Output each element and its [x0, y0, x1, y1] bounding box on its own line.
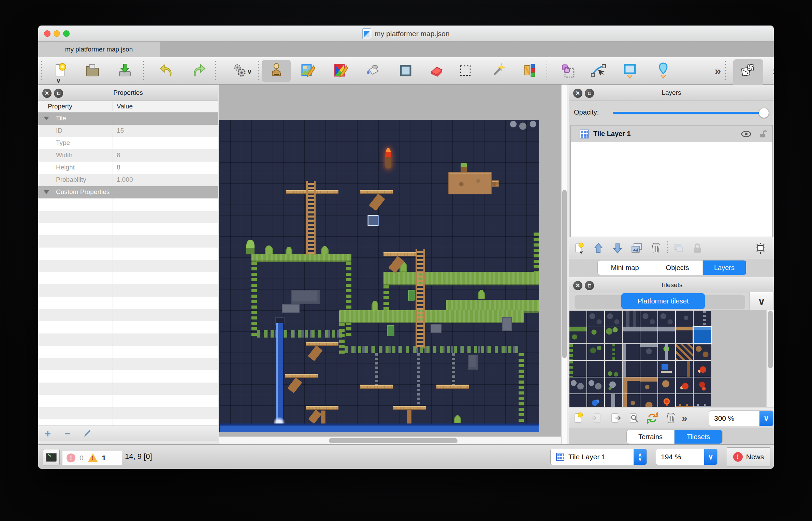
- layer-unlocked-icon[interactable]: [759, 130, 768, 138]
- new-tileset-icon[interactable]: [572, 411, 585, 425]
- raise-layer-icon[interactable]: [592, 241, 605, 255]
- undo-icon[interactable]: [158, 62, 175, 79]
- close-panel-icon[interactable]: ✕: [573, 281, 582, 290]
- map-horizontal-scrollbar[interactable]: [219, 436, 561, 444]
- layer-visible-eye-icon[interactable]: [741, 130, 751, 138]
- shape-fill-icon[interactable]: [397, 62, 415, 79]
- tileset-vertical-scroll-handle[interactable]: [768, 311, 773, 368]
- map-canvas[interactable]: [220, 120, 539, 432]
- save-file-icon[interactable]: [116, 62, 134, 79]
- tileset-tile[interactable]: [694, 327, 711, 343]
- issue-counter[interactable]: ! 0 1: [62, 451, 122, 465]
- layer-row-tile-layer-1[interactable]: Tile Layer 1: [571, 125, 772, 142]
- property-row-height[interactable]: Height8: [38, 162, 218, 174]
- duplicate-layer-icon[interactable]: [630, 241, 643, 255]
- tileset-tile[interactable]: [605, 344, 622, 360]
- tileset-toolbar-overflow-icon[interactable]: »: [682, 412, 687, 424]
- tileset-tile[interactable]: [640, 394, 657, 407]
- tileset-zoom-select[interactable]: 300 % ∨: [709, 411, 773, 426]
- map-view[interactable]: [219, 85, 567, 444]
- map-vertical-scroll-handle[interactable]: [562, 190, 567, 358]
- tab-tilesets[interactable]: Tilesets: [675, 430, 722, 444]
- property-row-type[interactable]: Type: [38, 137, 218, 149]
- tileset-tile[interactable]: [623, 344, 640, 360]
- select-objects-icon[interactable]: [559, 62, 577, 79]
- tileset-tile[interactable]: [605, 377, 622, 393]
- layer-list[interactable]: Tile Layer 1: [570, 125, 773, 237]
- tab-mini-map[interactable]: Mini-map: [598, 260, 652, 275]
- tileset-tile[interactable]: [587, 311, 604, 327]
- tileset-tile[interactable]: [587, 394, 604, 407]
- tileset-tab-list-chevron-icon[interactable]: ∨: [750, 292, 773, 310]
- tileset-view[interactable]: [569, 310, 774, 407]
- tileset-tile[interactable]: [658, 361, 675, 377]
- tileset-tile[interactable]: [658, 327, 675, 343]
- close-panel-icon[interactable]: ✕: [573, 89, 582, 98]
- export-tileset-icon[interactable]: [609, 411, 622, 425]
- highlight-current-layer-icon[interactable]: [754, 241, 767, 255]
- edit-property-button[interactable]: [81, 429, 94, 439]
- insert-point-icon[interactable]: [654, 62, 672, 79]
- tileset-tile[interactable]: [640, 377, 657, 393]
- select-same-tile-icon[interactable]: [521, 62, 539, 79]
- map-vertical-scrollbar[interactable]: [561, 85, 567, 444]
- open-file-icon[interactable]: [84, 62, 101, 79]
- random-mode-icon[interactable]: [739, 62, 756, 79]
- tileset-tile[interactable]: [694, 311, 711, 327]
- map-horizontal-scroll-handle[interactable]: [329, 438, 458, 443]
- tileset-tile[interactable]: [569, 311, 586, 327]
- tileset-tile[interactable]: [569, 344, 586, 360]
- lower-layer-icon[interactable]: [611, 241, 624, 255]
- tileset-tile[interactable]: [694, 344, 711, 360]
- opacity-slider-knob[interactable]: [759, 108, 769, 118]
- magic-wand-icon[interactable]: [489, 62, 507, 79]
- tileset-tile[interactable]: [587, 344, 604, 360]
- properties-table[interactable]: TileID15TypeWidth8Height8Probability1,00…: [38, 113, 218, 426]
- refresh-tileset-icon[interactable]: [646, 411, 659, 425]
- tileset-tile[interactable]: [605, 361, 622, 377]
- tileset-tile[interactable]: [676, 327, 693, 343]
- property-group-header[interactable]: Custom Properties: [38, 186, 218, 198]
- tileset-tile[interactable]: [623, 394, 640, 407]
- tileset-tile[interactable]: [587, 361, 604, 377]
- tile-cursor-highlight[interactable]: [368, 215, 378, 226]
- terrain-brush-icon[interactable]: [299, 62, 317, 79]
- tileset-tile[interactable]: [569, 361, 586, 377]
- tileset-tile[interactable]: [658, 394, 675, 407]
- tileset-tile[interactable]: [605, 327, 622, 343]
- add-property-button[interactable]: +: [41, 429, 55, 439]
- tileset-tile[interactable]: [569, 377, 586, 393]
- edit-polygons-icon[interactable]: [589, 62, 607, 79]
- tileset-tile[interactable]: [605, 394, 622, 407]
- console-toggle-button[interactable]: [43, 449, 60, 465]
- property-row-probability[interactable]: Probability1,000: [38, 174, 218, 186]
- tileset-tile[interactable]: [569, 394, 586, 407]
- dropdown-chevron-icon[interactable]: ∨: [56, 76, 61, 85]
- float-panel-icon[interactable]: [54, 89, 63, 98]
- run-commands-icon[interactable]: [231, 62, 249, 79]
- embed-tileset-icon[interactable]: [590, 411, 604, 425]
- tab-terrains[interactable]: Terrains: [627, 430, 675, 444]
- float-panel-icon[interactable]: [585, 89, 594, 98]
- eraser-icon[interactable]: [427, 62, 445, 79]
- news-button[interactable]: ! News: [727, 447, 770, 466]
- tab-layers[interactable]: Layers: [703, 260, 746, 275]
- close-panel-icon[interactable]: ✕: [42, 89, 52, 98]
- tileset-tile[interactable]: [658, 311, 675, 327]
- tileset-vertical-scrollbar[interactable]: [766, 310, 774, 407]
- edit-tileset-icon[interactable]: [627, 411, 641, 425]
- delete-tileset-icon[interactable]: [664, 411, 678, 425]
- fill-tiles-icon[interactable]: [332, 62, 349, 79]
- tileset-tile[interactable]: [623, 377, 640, 393]
- tileset-tile[interactable]: [640, 311, 657, 327]
- tileset-tile[interactable]: [694, 377, 711, 393]
- tileset-tile[interactable]: [676, 394, 693, 407]
- more-tools-1-icon[interactable]: »: [709, 62, 727, 79]
- bucket-fill-icon[interactable]: [364, 62, 382, 79]
- tileset-tile[interactable]: [587, 327, 604, 343]
- lock-other-layers-icon[interactable]: [691, 241, 704, 255]
- tileset-tile[interactable]: [658, 344, 675, 360]
- tileset-tile[interactable]: [676, 311, 693, 327]
- float-panel-icon[interactable]: [585, 281, 594, 290]
- tileset-tile[interactable]: [640, 361, 657, 377]
